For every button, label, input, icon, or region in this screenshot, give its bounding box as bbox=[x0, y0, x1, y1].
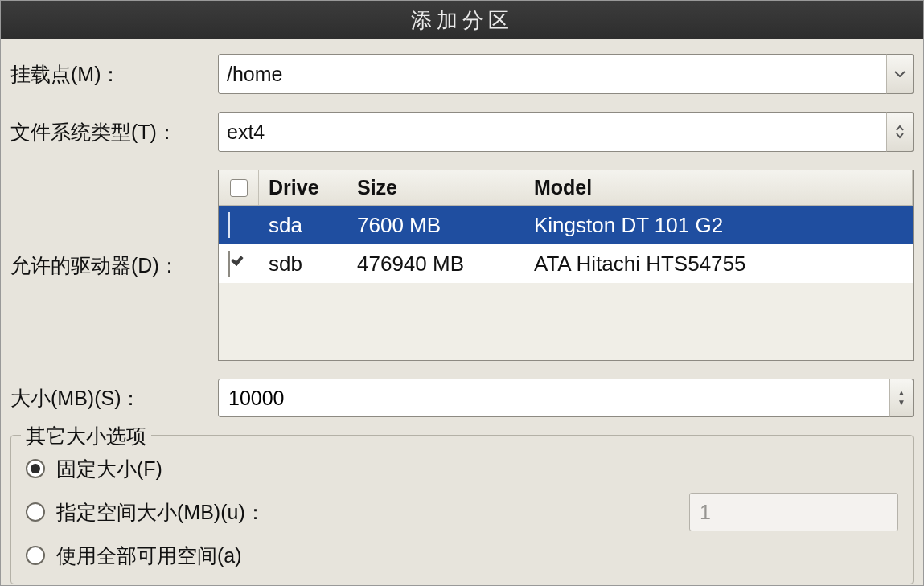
drive-row-sdb[interactable]: sdb 476940 MB ATA Hitachi HTS54755 bbox=[219, 244, 913, 283]
drives-empty-area bbox=[219, 283, 913, 360]
mount-point-value: /home bbox=[227, 63, 880, 86]
drive-row-sda[interactable]: sda 7600 MB Kingston DT 101 G2 bbox=[219, 206, 913, 244]
add-partition-dialog: 添加分区 挂载点(M)： /home 文件系统类型(T)： bbox=[0, 0, 924, 586]
drives-header-check[interactable] bbox=[219, 170, 259, 205]
drive-size: 7600 MB bbox=[347, 213, 524, 238]
drive-model: Kingston DT 101 G2 bbox=[524, 213, 913, 238]
drives-table: Drive Size Model sda 7600 MB Kingston DT… bbox=[218, 170, 914, 361]
chevron-down-icon bbox=[894, 71, 906, 77]
drive-name: sdb bbox=[259, 252, 347, 277]
radio-fixed-size[interactable] bbox=[26, 459, 45, 478]
dialog-body: 挂载点(M)： /home 文件系统类型(T)： ext4 bbox=[1, 39, 923, 584]
size-spinbox[interactable]: ▲ ▼ bbox=[218, 379, 914, 417]
updown-icon bbox=[895, 125, 905, 139]
header-checkbox-icon bbox=[230, 179, 248, 197]
drive-name: sda bbox=[259, 213, 347, 238]
drive-checkbox-sdb[interactable] bbox=[228, 251, 230, 277]
specify-space-input bbox=[698, 500, 924, 525]
fs-type-combo[interactable]: ext4 bbox=[218, 112, 914, 152]
drives-header-size[interactable]: Size bbox=[347, 170, 524, 205]
size-spin-buttons[interactable]: ▲ ▼ bbox=[889, 379, 914, 417]
chevron-down-icon: ▼ bbox=[897, 398, 906, 408]
option-fixed-size[interactable]: 固定大小(F) bbox=[26, 447, 898, 490]
drive-model: ATA Hitachi HTS54755 bbox=[524, 252, 913, 277]
drive-checkbox-sda[interactable] bbox=[228, 212, 230, 238]
size-label: 大小(MB)(S)： bbox=[10, 385, 218, 412]
option-all-label: 使用全部可用空间(a) bbox=[56, 543, 242, 569]
radio-use-all-space[interactable] bbox=[26, 546, 45, 565]
size-input[interactable] bbox=[227, 386, 883, 411]
drives-header: Drive Size Model bbox=[219, 170, 913, 206]
option-specify-label: 指定空间大小(MB)(u)： bbox=[56, 499, 265, 526]
chevron-up-icon: ▲ bbox=[897, 388, 906, 398]
fs-type-select-button[interactable] bbox=[886, 112, 914, 152]
drives-header-model[interactable]: Model bbox=[524, 170, 913, 205]
option-fixed-label: 固定大小(F) bbox=[56, 456, 162, 482]
fs-type-label: 文件系统类型(T)： bbox=[10, 119, 218, 145]
drive-size: 476940 MB bbox=[347, 252, 524, 277]
other-size-legend: 其它大小选项 bbox=[21, 423, 151, 449]
specify-space-spinbox: ▲ ▼ bbox=[689, 493, 898, 531]
drives-header-drive[interactable]: Drive bbox=[259, 170, 347, 205]
option-use-all-space[interactable]: 使用全部可用空间(a) bbox=[26, 534, 898, 577]
dialog-title: 添加分区 bbox=[1, 1, 923, 39]
other-size-group: 其它大小选项 固定大小(F) 指定空间大小(MB)(u)： ▲ ▼ bbox=[10, 435, 914, 584]
radio-specify-space[interactable] bbox=[26, 502, 45, 522]
mount-point-label: 挂载点(M)： bbox=[10, 61, 218, 88]
option-specify-space[interactable]: 指定空间大小(MB)(u)： ▲ ▼ bbox=[26, 490, 898, 534]
fs-type-value: ext4 bbox=[227, 121, 880, 144]
allowed-drives-label: 允许的驱动器(D)： bbox=[10, 252, 218, 279]
mount-point-dropdown-button[interactable] bbox=[886, 54, 914, 94]
mount-point-combo[interactable]: /home bbox=[218, 54, 914, 94]
